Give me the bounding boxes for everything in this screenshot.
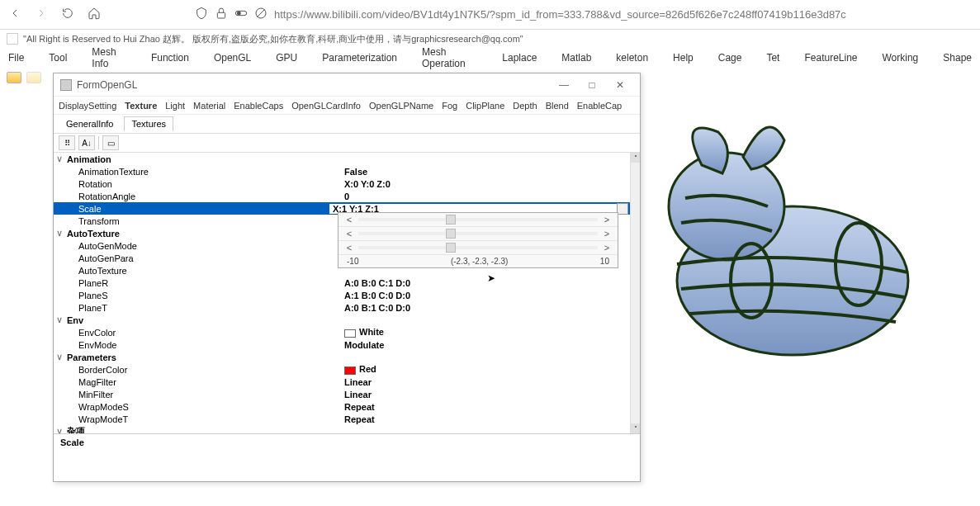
menu-skeleton[interactable]: keleton	[616, 52, 648, 64]
page-icon	[7, 33, 18, 45]
menu-openglcardinfo[interactable]: OpenGLCardInfo	[291, 101, 361, 111]
menu-openglpname[interactable]: OpenGLPName	[369, 101, 433, 111]
form-titlebar[interactable]: FormOpenGL — □ ✕	[54, 73, 640, 97]
slider-z-row[interactable]: < >	[339, 241, 618, 255]
property-grid[interactable]: ∨ Animation AnimationTexture False Rotat…	[54, 153, 640, 433]
scroll-up-button[interactable]: ˄	[631, 153, 640, 163]
slider-current-label: (-2.3, -2.3, -2.3)	[451, 257, 508, 266]
menu-material[interactable]: Material	[193, 101, 225, 111]
category-animation[interactable]: ∨ Animation	[54, 153, 640, 165]
menu-help[interactable]: Help	[673, 52, 694, 64]
expander-icon[interactable]: ∨	[54, 314, 65, 325]
menu-shape[interactable]: Shape	[943, 52, 972, 64]
tab-generalinfo[interactable]: GeneralInfo	[59, 116, 121, 131]
prop-animationtexture[interactable]: AnimationTexture False	[54, 165, 640, 177]
slider-x-track[interactable]	[358, 218, 598, 221]
menu-depth[interactable]: Depth	[513, 101, 537, 111]
slider-left-arrow[interactable]: <	[343, 243, 355, 253]
address-bar[interactable]: https://www.bilibili.com/video/BV1dt4y1N…	[112, 7, 972, 22]
svg-point-2	[237, 12, 240, 15]
category-parameters[interactable]: ∨ Parameters	[54, 351, 640, 363]
browser-toolbar: https://www.bilibili.com/video/BV1dt4y1N…	[0, 0, 980, 30]
slider-left-arrow[interactable]: <	[343, 215, 355, 225]
slider-right-arrow[interactable]: >	[601, 229, 613, 239]
menu-light[interactable]: Light	[165, 101, 185, 111]
alphabetize-button[interactable]: A↓	[78, 135, 95, 150]
slider-y-row[interactable]: < >	[339, 227, 618, 241]
minimize-button[interactable]: —	[551, 77, 577, 93]
prop-wrapmodet[interactable]: WrapModeTRepeat	[54, 413, 640, 425]
menu-working[interactable]: Working	[883, 52, 919, 64]
menu-mesh-info[interactable]: Mesh Info	[92, 46, 126, 69]
menu-clipplane[interactable]: ClipPlane	[466, 101, 504, 111]
menu-parameterization[interactable]: Parameterization	[322, 52, 397, 64]
slider-left-arrow[interactable]: <	[343, 229, 355, 239]
lock-icon	[215, 7, 228, 22]
prop-rotation[interactable]: Rotation X:0 Y:0 Z:0	[54, 177, 640, 190]
slider-range-labels: -10 (-2.3, -2.3, -2.3) 10	[339, 255, 618, 267]
prop-envcolor[interactable]: EnvColorWhite	[54, 326, 640, 338]
expander-icon[interactable]: ∨	[54, 426, 65, 433]
slider-right-arrow[interactable]: >	[601, 243, 613, 253]
opengl-viewport[interactable]	[644, 116, 958, 413]
menu-enablecaps[interactable]: EnableCaps	[234, 101, 283, 111]
menu-matlab[interactable]: Matlab	[561, 52, 591, 64]
slider-z-thumb[interactable]	[446, 243, 456, 253]
menu-enablecap[interactable]: EnableCap	[577, 101, 622, 111]
expander-icon[interactable]: ∨	[54, 352, 65, 362]
scroll-down-button[interactable]: ˅	[631, 423, 640, 433]
menu-mesh-operation[interactable]: Mesh Operation	[422, 46, 477, 69]
menu-blend[interactable]: Blend	[546, 101, 569, 111]
slider-x-row[interactable]: < >	[339, 213, 618, 227]
prop-minfilter[interactable]: MinFilterLinear	[54, 388, 640, 400]
reload-button[interactable]	[61, 7, 74, 23]
menu-function[interactable]: Function	[151, 52, 189, 64]
menu-gpu[interactable]: GPU	[276, 52, 297, 64]
menu-texture[interactable]: Texture	[125, 101, 157, 111]
expander-icon[interactable]: ∨	[54, 228, 65, 239]
prop-bordercolor[interactable]: BorderColorRed	[54, 363, 640, 376]
menu-laplace[interactable]: Laplace	[502, 52, 537, 64]
menu-tool[interactable]: Tool	[49, 52, 67, 64]
form-menu: DisplaySetting Texture Light Material En…	[54, 97, 640, 115]
maximize-button[interactable]: □	[579, 77, 605, 93]
prop-wrapmodes[interactable]: WrapModeSRepeat	[54, 400, 640, 413]
slider-max-label: 10	[600, 257, 609, 266]
shield-icon	[195, 7, 208, 22]
menu-cage[interactable]: Cage	[718, 52, 742, 64]
back-button[interactable]	[8, 7, 21, 23]
slider-z-track[interactable]	[358, 246, 598, 249]
forward-button[interactable]	[35, 7, 48, 23]
sub-tabs: GeneralInfo Textures	[54, 115, 640, 133]
tab-textures[interactable]: Textures	[124, 116, 173, 131]
slider-right-arrow[interactable]: >	[601, 215, 613, 225]
expander-icon[interactable]: ∨	[54, 154, 65, 164]
prop-planer[interactable]: PlaneRA:0 B:0 C:1 D:0	[54, 277, 640, 289]
category-misc[interactable]: ∨ 杂项	[54, 425, 640, 433]
categorize-button[interactable]: ⠿	[59, 135, 75, 150]
propertypages-button[interactable]: ▭	[102, 135, 119, 150]
prop-planes[interactable]: PlaneSA:1 B:0 C:0 D:0	[54, 289, 640, 301]
scale-dropdown-button[interactable]: ˅	[617, 203, 628, 215]
propgrid-scrollbar[interactable]: ˄ ˅	[630, 153, 640, 433]
menu-fog[interactable]: Fog	[442, 101, 457, 111]
category-env[interactable]: ∨ Env	[54, 314, 640, 326]
folder-icon[interactable]	[7, 72, 21, 83]
menu-opengl[interactable]: OpenGL	[214, 52, 251, 64]
folder-icon-2[interactable]	[26, 72, 41, 83]
propgrid-toolbar: ⠿ A↓ ▭	[54, 133, 640, 153]
slider-y-track[interactable]	[358, 232, 598, 235]
home-button[interactable]	[88, 7, 101, 23]
prop-envmode[interactable]: EnvModeModulate	[54, 338, 640, 351]
menu-featureline[interactable]: FeatureLine	[804, 52, 857, 64]
close-button[interactable]: ✕	[607, 77, 633, 93]
prop-planet[interactable]: PlaneTA:0 B:1 C:0 D:0	[54, 301, 640, 314]
prop-magfilter[interactable]: MagFilterLinear	[54, 376, 640, 388]
slider-x-thumb[interactable]	[446, 215, 456, 225]
menu-displaysetting[interactable]: DisplaySetting	[59, 101, 116, 111]
menu-file[interactable]: File	[8, 52, 24, 64]
url-text: https://www.bilibili.com/video/BV1dt4y1N…	[274, 8, 846, 21]
menu-tet[interactable]: Tet	[766, 52, 779, 64]
slider-y-thumb[interactable]	[446, 229, 456, 239]
prop-rotationangle[interactable]: RotationAngle 0	[54, 190, 640, 202]
